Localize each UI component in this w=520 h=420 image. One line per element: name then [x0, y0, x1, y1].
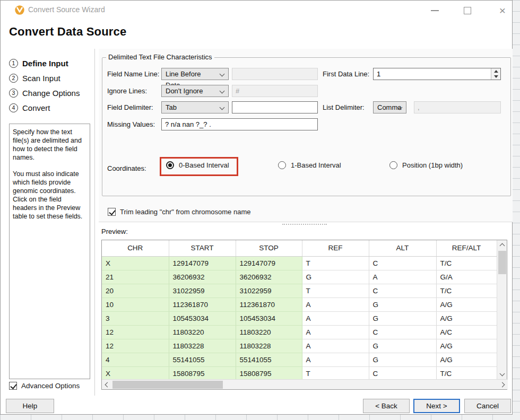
maximize-button[interactable] — [458, 4, 476, 18]
table-cell: T/C — [436, 256, 497, 270]
table-cell: 4 — [102, 353, 169, 366]
table-cell: A — [302, 339, 369, 353]
table-cell: 55141055 — [169, 353, 236, 366]
spin-down-icon — [494, 75, 498, 78]
table-cell: 15808795 — [169, 366, 236, 380]
chevron-left-icon — [105, 382, 110, 388]
table-cell: 105453034 — [236, 311, 302, 325]
horizontal-scrollbar-thumb[interactable] — [112, 381, 223, 389]
field-delimiter-select[interactable]: Tab — [161, 101, 229, 113]
table-cell: 15808795 — [236, 366, 302, 380]
table-header-row: CHR START STOP REF ALT REF/ALT — [102, 240, 497, 256]
minimize-button[interactable] — [426, 4, 444, 18]
column-header-chr[interactable]: CHR — [102, 240, 169, 256]
window-title: Convert Source Wizard — [28, 5, 105, 14]
table-cell: A — [302, 298, 369, 311]
table-cell: G — [369, 353, 436, 366]
chevron-right-icon — [500, 382, 505, 388]
step-change-options: 3 Change Options — [9, 85, 80, 100]
table-cell: 11803228 — [236, 339, 302, 353]
preview-table: CHR START STOP REF ALT REF/ALT X12914707… — [101, 240, 507, 390]
table-cell: 12 — [102, 325, 169, 339]
spin-up-icon — [494, 70, 498, 73]
field-delimiter-custom-input[interactable] — [232, 101, 318, 113]
table-cell: A — [302, 325, 369, 339]
table-row: X1580879515808795TCT/C — [102, 366, 497, 380]
radio-position-1bp[interactable]: Position (1bp width) — [389, 161, 463, 169]
radio-icon — [389, 161, 397, 169]
first-data-line-spinner — [373, 68, 501, 80]
trim-chr-checkbox[interactable]: Trim leading "chr" from chromosome name — [108, 208, 250, 216]
cancel-button[interactable]: Cancel — [464, 399, 511, 413]
table-cell: C — [369, 325, 436, 339]
table-cell: T — [302, 284, 369, 298]
list-delimiter-label: List Delimiter: — [323, 101, 365, 113]
column-header-stop[interactable]: STOP — [236, 240, 302, 256]
radio-1-based-interval[interactable]: 1-Based Interval — [278, 161, 341, 169]
table-cell: 36206932 — [236, 270, 302, 284]
table-cell: 20 — [102, 284, 169, 298]
horizontal-scrollbar[interactable] — [102, 379, 508, 389]
column-header-ref-alt[interactable]: REF/ALT — [436, 240, 497, 256]
sidebar-help-text: Specify how the text file(s) are delimit… — [9, 124, 90, 379]
table-cell: A/G — [436, 353, 497, 366]
close-button[interactable]: × — [493, 4, 512, 18]
ignore-lines-select[interactable]: Don't Ignore — [161, 85, 229, 97]
table-cell: 21 — [102, 270, 169, 284]
step-number-icon: 1 — [9, 59, 18, 68]
radio-0-based-interval[interactable]: 0-Based Interval — [166, 161, 229, 169]
spin-up-button[interactable] — [491, 68, 500, 74]
page-title: Convert Data Source — [9, 25, 126, 39]
table-cell: A — [302, 353, 369, 366]
vertical-scrollbar-thumb[interactable] — [498, 251, 506, 274]
field-delimiter-label: Field Delimiter: — [107, 101, 153, 113]
scroll-up-button[interactable] — [497, 240, 507, 250]
help-paragraph: Specify how the text file(s) are delimit… — [13, 128, 86, 162]
table-cell: 129147079 — [236, 256, 302, 270]
ignore-lines-prefix-input — [232, 85, 318, 97]
missing-values-input[interactable] — [161, 118, 318, 130]
table-cell: 36206932 — [169, 270, 236, 284]
table-cell: 11803228 — [169, 339, 236, 353]
table-cell: A/G — [436, 311, 497, 325]
table-row: 10112361870112361870AGA/G — [102, 298, 497, 311]
vertical-scrollbar[interactable] — [497, 240, 507, 379]
spin-down-button[interactable] — [491, 74, 500, 80]
scroll-right-button[interactable] — [498, 380, 508, 390]
maximize-icon — [464, 7, 471, 14]
table-cell: G/A — [436, 270, 497, 284]
next-button[interactable]: Next > — [413, 399, 460, 413]
help-button[interactable]: Help — [6, 399, 54, 413]
table-cell: T/C — [436, 284, 497, 298]
table-cell: 112361870 — [236, 298, 302, 311]
first-data-line-input[interactable] — [374, 68, 491, 80]
preview-label: Preview: — [101, 228, 128, 235]
table-cell: A — [302, 311, 369, 325]
advanced-options-checkbox[interactable]: Advanced Options — [9, 382, 80, 390]
coordinates-label: Coordinates: — [107, 162, 146, 174]
column-header-ref[interactable]: REF — [302, 240, 369, 256]
table-row: 45514105555141055AGA/G — [102, 353, 497, 366]
back-button[interactable]: < Back — [363, 399, 410, 413]
table-cell: G — [369, 298, 436, 311]
radio-icon — [278, 161, 286, 169]
column-header-start[interactable]: START — [169, 240, 236, 256]
column-header-alt[interactable]: ALT — [369, 240, 436, 256]
missing-values-label: Missing Values: — [107, 118, 155, 130]
pane-splitter-handle[interactable] — [282, 224, 327, 225]
close-icon: × — [499, 7, 506, 14]
list-delimiter-select[interactable]: Comma — [373, 101, 406, 113]
table-cell: A/G — [436, 298, 497, 311]
table-cell: G — [369, 339, 436, 353]
chevron-down-icon — [220, 105, 225, 110]
field-name-line-select[interactable]: Line Before Data — [161, 68, 229, 80]
table-cell: X — [102, 256, 169, 270]
scroll-left-button[interactable] — [102, 380, 111, 390]
step-number-icon: 4 — [9, 103, 18, 112]
step-convert: 4 Convert — [9, 100, 80, 115]
minimize-icon — [431, 10, 439, 11]
scroll-down-button[interactable] — [497, 370, 507, 379]
groupbox-title: Delimited Text File Characteristics — [106, 53, 214, 61]
table-cell: 105453034 — [169, 311, 236, 325]
table-cell: T/C — [436, 366, 497, 380]
